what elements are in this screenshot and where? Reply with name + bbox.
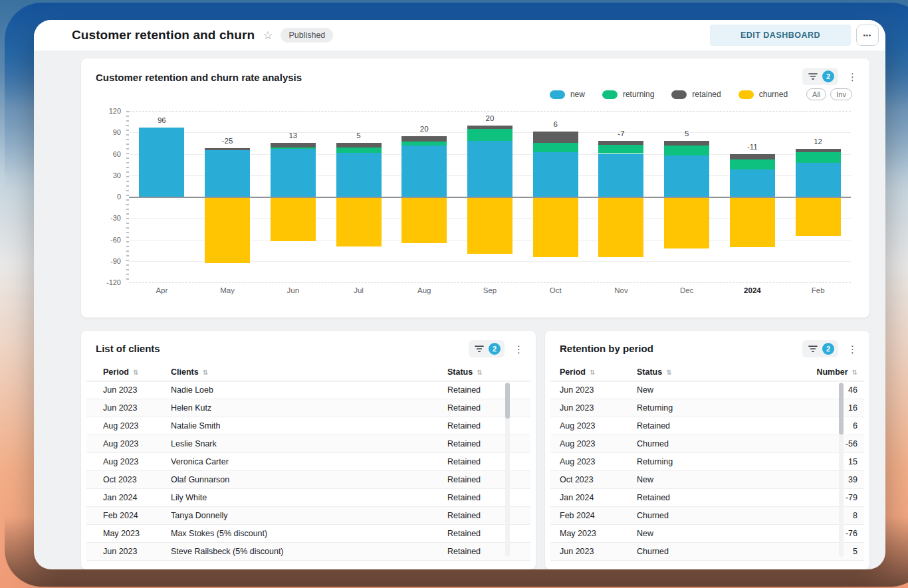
sort-icon: ⇅ — [477, 369, 482, 376]
bar-segment-returning[interactable] — [336, 147, 382, 153]
legend-swatch-new — [550, 90, 565, 99]
filter-count-badge: 2 — [489, 343, 501, 355]
chart-kebab-menu-icon[interactable]: ⋮ — [845, 72, 860, 82]
bar-total-label: 5 — [685, 130, 689, 138]
bar-segment-churned[interactable] — [796, 197, 841, 236]
sort-icon: ⇅ — [590, 369, 595, 376]
table-row[interactable]: Aug 2023Retained6 — [550, 417, 864, 435]
bar-segment-retained[interactable] — [467, 126, 512, 129]
table-row[interactable]: Feb 2024Tanya DonnellyRetained — [86, 507, 530, 525]
column-header-clients[interactable]: Clients⇅ — [171, 367, 447, 377]
cell-client: Tanya Donnelly — [171, 511, 447, 520]
cell-status: Retained — [637, 493, 815, 502]
column-header-status[interactable]: Status⇅ — [637, 367, 815, 377]
bar-segment-new[interactable] — [205, 150, 250, 197]
bar-segment-returning[interactable] — [730, 159, 775, 169]
bar-segment-returning[interactable] — [271, 147, 316, 149]
table-row[interactable]: Jun 2023Churned5 — [550, 543, 864, 561]
x-tick-label: Feb — [812, 286, 825, 294]
bar-segment-new[interactable] — [533, 152, 578, 197]
bar-segment-retained[interactable] — [336, 143, 382, 147]
table-row[interactable]: Oct 2023Olaf GunnarsonRetained — [86, 471, 530, 489]
clients-kebab-menu-icon[interactable]: ⋮ — [511, 344, 526, 354]
table-row[interactable]: Jun 2023New46 — [550, 381, 864, 399]
table-row[interactable]: Jan 2024Retained-79 — [550, 489, 864, 507]
legend-item-churned[interactable]: churned — [738, 90, 788, 99]
bar-segment-churned[interactable] — [336, 197, 382, 246]
bar-segment-churned[interactable] — [730, 197, 775, 247]
cell-status: Retained — [447, 511, 525, 520]
header-actions: EDIT DASHBOARD ●●● — [710, 25, 879, 46]
bar-segment-retained[interactable] — [598, 141, 643, 144]
table-row[interactable]: Jun 2023Helen KutzRetained — [86, 399, 530, 417]
table-row[interactable]: Aug 2023Churned-56 — [550, 435, 864, 453]
bar-segment-retained[interactable] — [664, 141, 709, 145]
toggle-inv-button[interactable]: Inv — [830, 88, 852, 100]
table-row[interactable]: Aug 2023Returning15 — [550, 453, 864, 471]
cell-status: Retained — [447, 457, 525, 466]
table-row[interactable]: Aug 2023Veronica CarterRetained — [86, 453, 530, 471]
bar-segment-new[interactable] — [796, 163, 841, 197]
bar-segment-retained[interactable] — [796, 149, 841, 152]
table-row[interactable]: May 2023Max Stokes (5% discount)Retained — [86, 525, 530, 543]
bar-segment-new[interactable] — [467, 141, 512, 197]
bar-segment-churned[interactable] — [467, 197, 512, 254]
clients-filter-button[interactable]: 2 — [469, 340, 505, 357]
window-body: Customer retention and churn rate analys… — [34, 50, 885, 569]
bar-segment-returning[interactable] — [467, 129, 512, 141]
bar-segment-retained[interactable] — [205, 148, 250, 150]
bar-segment-new[interactable] — [664, 155, 709, 197]
bar-segment-new[interactable] — [139, 128, 184, 197]
bar-segment-retained[interactable] — [730, 154, 775, 160]
bar-segment-new[interactable] — [271, 149, 316, 197]
retention-filter-button[interactable]: 2 — [802, 340, 838, 357]
legend-item-returning[interactable]: returning — [602, 90, 654, 99]
scrollbar-track[interactable] — [839, 383, 844, 557]
bar-segment-returning[interactable] — [533, 143, 578, 152]
bar-segment-new[interactable] — [598, 154, 643, 197]
scrollbar-track[interactable] — [505, 383, 510, 557]
bar-segment-churned[interactable] — [598, 197, 643, 257]
column-header-number[interactable]: Number⇅ — [815, 367, 857, 377]
retention-kebab-menu-icon[interactable]: ⋮ — [845, 344, 860, 354]
table-row[interactable]: Jun 2023Nadie LoebRetained — [86, 381, 530, 399]
toggle-all-button[interactable]: All — [806, 88, 826, 100]
table-row[interactable]: Jan 2024Lily WhiteRetained — [86, 489, 530, 507]
legend-item-retained[interactable]: retained — [671, 90, 721, 99]
chart-filter-button[interactable]: 2 — [802, 68, 838, 85]
table-row[interactable]: Jun 2023Returning16 — [550, 399, 864, 417]
bar-segment-retained[interactable] — [533, 132, 578, 143]
cell-number: 8 — [815, 511, 857, 520]
column-header-period[interactable]: Period⇅ — [560, 367, 637, 377]
bar-segment-churned[interactable] — [533, 197, 578, 257]
edit-dashboard-button[interactable]: EDIT DASHBOARD — [710, 25, 851, 46]
bar-segment-churned[interactable] — [271, 197, 316, 241]
column-header-status[interactable]: Status⇅ — [447, 367, 525, 377]
bar-segment-churned[interactable] — [205, 197, 250, 263]
cell-status: Returning — [637, 403, 815, 413]
legend-item-new[interactable]: new — [550, 90, 585, 99]
scrollbar-thumb[interactable] — [839, 383, 844, 435]
bar-segment-new[interactable] — [336, 153, 382, 197]
window-header: Customer retention and churn ☆ Published… — [34, 20, 885, 50]
table-row[interactable]: Jun 2023Steve Railsbeck (5% discount)Ret… — [86, 543, 530, 561]
bar-segment-churned[interactable] — [401, 197, 447, 243]
table-row[interactable]: Aug 2023Leslie SnarkRetained — [86, 435, 530, 453]
bar-segment-new[interactable] — [401, 146, 447, 197]
table-row[interactable]: May 2023New-76 — [550, 525, 864, 543]
table-row[interactable]: Feb 2024Churned8 — [550, 507, 864, 525]
table-row[interactable]: Oct 2023New39 — [550, 471, 864, 489]
bar-segment-retained[interactable] — [401, 136, 447, 142]
scrollbar-thumb[interactable] — [505, 383, 510, 419]
bar-segment-returning[interactable] — [598, 145, 643, 154]
bar-segment-new[interactable] — [730, 169, 775, 197]
bar-segment-returning[interactable] — [796, 152, 841, 163]
table-row[interactable]: Aug 2023Natalie SmithRetained — [86, 417, 530, 435]
favorite-star-icon[interactable]: ☆ — [263, 29, 273, 43]
more-options-button[interactable]: ●●● — [856, 25, 879, 46]
bar-segment-churned[interactable] — [664, 197, 709, 248]
column-header-period[interactable]: Period⇅ — [103, 367, 171, 377]
bar-segment-returning[interactable] — [401, 142, 447, 145]
bar-segment-returning[interactable] — [664, 146, 709, 155]
bar-segment-retained[interactable] — [271, 143, 316, 147]
